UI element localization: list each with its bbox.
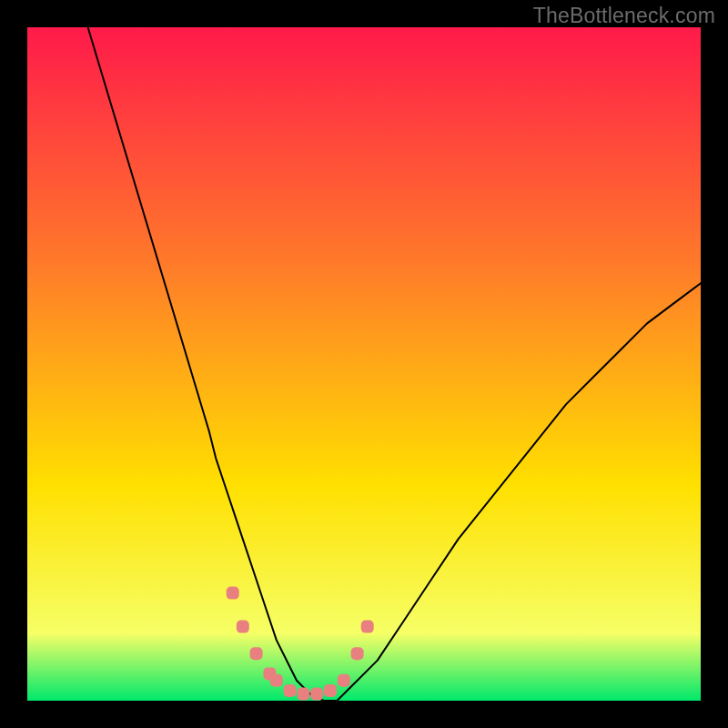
highlight-dot: [338, 674, 350, 687]
highlight-dot: [351, 647, 364, 660]
gradient-background: [27, 27, 701, 701]
highlight-dot: [250, 647, 263, 660]
highlight-dot: [361, 621, 374, 633]
highlight-dot: [297, 688, 309, 701]
highlight-dot: [310, 688, 323, 701]
highlight-dot: [227, 587, 239, 600]
highlight-dot: [284, 684, 297, 697]
plot-area: [27, 27, 701, 701]
chart-frame: TheBottleneck.com: [0, 0, 728, 728]
bottleneck-chart: [27, 27, 701, 701]
highlight-dot: [324, 684, 337, 697]
watermark-text: TheBottleneck.com: [533, 4, 715, 28]
highlight-dot: [270, 674, 283, 687]
highlight-dot: [237, 621, 249, 633]
